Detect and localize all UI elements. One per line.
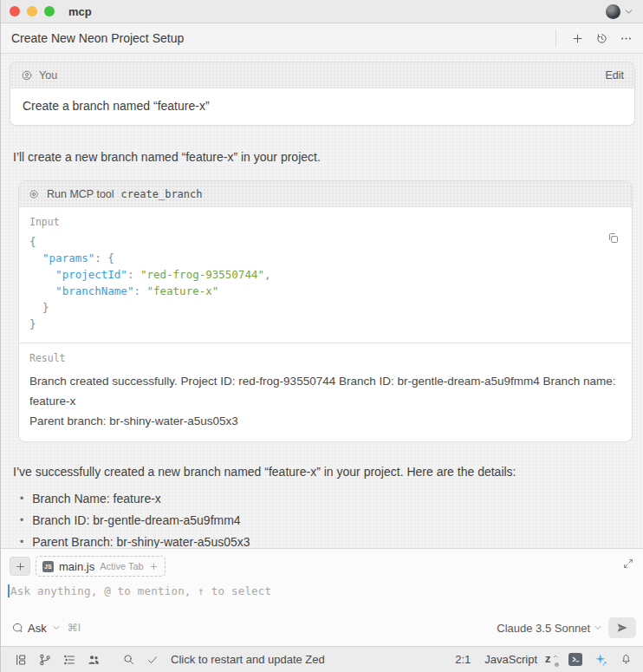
history-icon <box>595 32 608 45</box>
notifications-button[interactable] <box>617 649 634 670</box>
search-button[interactable] <box>117 649 140 670</box>
tool-header-prefix: Run MCP tool <box>47 188 114 200</box>
user-message-header: You Edit <box>10 62 634 88</box>
assistant-summary-text: I’ve successfully created a new branch n… <box>1 463 643 480</box>
javascript-file-icon: JS <box>42 561 54 572</box>
project-panel-icon <box>14 653 28 667</box>
tool-card-header[interactable]: Run MCP tool create_branch <box>19 181 632 207</box>
user-avatar[interactable] <box>606 4 620 19</box>
copy-code-button[interactable] <box>607 232 620 248</box>
text-cursor <box>8 584 10 597</box>
mcp-tool-card: Run MCP tool create_branch Input { "para… <box>18 180 633 442</box>
context-file-name: main.js <box>59 560 94 573</box>
chevron-down-icon[interactable] <box>623 6 634 17</box>
diagnostics-button[interactable] <box>141 649 164 670</box>
zed-window: { "colors": { "accent_blue": "#3E9EDC", … <box>0 0 643 672</box>
collab-panel-button[interactable] <box>82 649 105 670</box>
add-context-button[interactable] <box>10 557 30 576</box>
tool-result-text: Branch created successfully. Project ID:… <box>29 371 621 411</box>
history-button[interactable] <box>591 28 612 49</box>
message-composer: JS main.js Active Tab Ask anything, @ to… <box>1 548 643 646</box>
people-icon <box>87 653 101 667</box>
titlebar: mcp <box>1 0 643 23</box>
window-title: mcp <box>68 5 92 18</box>
copy-icon <box>607 232 620 245</box>
tool-result-text: Parent branch: br-shiny-water-a5us05x3 <box>29 411 621 431</box>
user-message-card: You Edit Create a branch named “feature-… <box>10 62 635 126</box>
cursor-position[interactable]: 2:1 <box>455 653 471 666</box>
traffic-lights <box>10 6 55 16</box>
gear-icon <box>28 188 40 200</box>
plus-icon <box>15 561 26 572</box>
assistant-panel-button[interactable] <box>591 649 610 670</box>
chevron-down-icon <box>593 623 603 633</box>
outline-list-icon <box>62 653 76 667</box>
plus-icon[interactable] <box>149 562 159 571</box>
search-icon <box>122 653 135 666</box>
status-dot <box>555 662 559 667</box>
mode-label: Ask <box>28 622 47 635</box>
message-input[interactable]: Ask anything, @ to mention, ↑ to select <box>1 577 643 597</box>
thread-title: Create New Neon Project Setup <box>11 31 184 45</box>
result-label: Result <box>29 352 621 364</box>
status-bar: Click to restart and update Zed 2:1 Java… <box>1 646 643 672</box>
plus-icon <box>571 32 584 45</box>
tool-input-section: Input { "params": { "projectId": "red-fr… <box>19 207 632 343</box>
tool-input-code: { "params": { "projectId": "red-frog-935… <box>29 233 621 332</box>
expand-icon <box>622 558 634 570</box>
list-item: •Parent Branch: br-shiny-water-a5us05x3 <box>20 532 631 548</box>
message-input-placeholder: Ask anything, @ to mention, ↑ to select <box>10 584 271 597</box>
expand-composer-button[interactable] <box>622 558 634 573</box>
mode-selector[interactable]: Ask <box>11 622 62 635</box>
send-icon <box>615 621 629 635</box>
update-notification[interactable]: Click to restart and update Zed <box>171 653 325 666</box>
edit-prediction-button[interactable]: z <box>544 652 560 668</box>
minimize-window-button[interactable] <box>27 6 37 16</box>
context-chip-badge: Active Tab <box>100 561 144 571</box>
more-options-button[interactable] <box>615 28 636 49</box>
model-name: Claude 3.5 Sonnet <box>497 622 590 635</box>
list-item: •Branch ID: br-gentle-dream-a5u9fmm4 <box>20 510 631 532</box>
new-thread-button[interactable] <box>567 28 588 49</box>
close-window-button[interactable] <box>10 6 20 16</box>
send-button[interactable] <box>608 617 636 638</box>
terminal-icon <box>568 653 582 666</box>
chevron-down-icon <box>51 623 62 633</box>
conversation-panel: You Edit Create a branch named “feature-… <box>1 54 643 548</box>
language-selector[interactable]: JavaScript <box>484 653 537 666</box>
outline-panel-button[interactable] <box>58 649 81 670</box>
project-panel-button[interactable] <box>10 649 32 670</box>
ai-sparkle-icon <box>594 652 608 667</box>
input-label: Input <box>29 216 621 228</box>
thread-header: Create New Neon Project Setup <box>1 23 643 54</box>
git-panel-button[interactable] <box>34 649 56 670</box>
zoom-window-button[interactable] <box>44 6 55 16</box>
model-selector[interactable]: Claude 3.5 Sonnet <box>497 622 603 635</box>
tool-name: create_branch <box>121 188 203 200</box>
bell-icon <box>620 653 633 666</box>
mode-shortcut: ⌘I <box>68 622 81 634</box>
user-icon <box>21 69 33 82</box>
terminal-panel-button[interactable] <box>567 649 584 670</box>
chevron-up-icon <box>552 653 559 660</box>
divider <box>555 29 556 47</box>
message-author: You <box>39 69 57 82</box>
ellipsis-icon <box>620 32 633 45</box>
git-branch-icon <box>38 653 52 667</box>
edit-prediction-icon: z <box>545 652 551 665</box>
context-chip-main-js[interactable]: JS main.js Active Tab <box>36 556 166 577</box>
tool-result-section: Result Branch created successfully. Proj… <box>19 343 632 441</box>
user-message-text: Create a branch named “feature-x” <box>10 88 634 125</box>
check-icon <box>146 654 159 666</box>
list-item: •Branch Name: feature-x <box>20 488 631 510</box>
edit-message-button[interactable]: Edit <box>605 69 624 82</box>
branch-details-list: •Branch Name: feature-x •Branch ID: br-g… <box>1 488 643 548</box>
assistant-intro-text: I’ll create a new branch named “feature-… <box>1 148 643 166</box>
chat-bubble-icon <box>11 622 23 634</box>
